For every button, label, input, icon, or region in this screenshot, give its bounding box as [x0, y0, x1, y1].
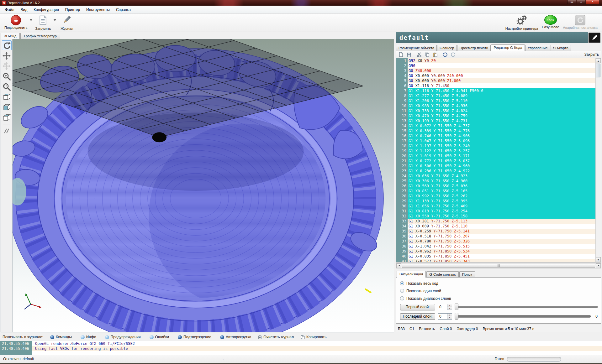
radio-option-2[interactable]: Показать диапазон слоев — [400, 295, 598, 301]
load-button[interactable]: Загрузить — [33, 14, 53, 30]
gcode-line[interactable]: 19G1 X-1.122 Y-71.650 Z-5.257 — [396, 148, 595, 153]
log-toggle-3[interactable]: Ошибки — [150, 335, 169, 339]
editor-horizontal-scrollbar[interactable]: ◄ ► — [396, 263, 601, 268]
scroll-down-arrow[interactable]: ▼ — [596, 257, 601, 262]
gcode-line[interactable]: 9G1 X1.206 Y-71.550 Z-5.110 — [396, 98, 595, 103]
printer-settings-button[interactable]: Настройки принтера — [504, 14, 540, 32]
gcode-line[interactable]: 41G1 X-0.577 Y-71.850 Z-5.343 — [396, 259, 595, 263]
log-toggle-1[interactable]: Инфо — [81, 335, 96, 339]
journal-button[interactable]: Журнал — [57, 14, 77, 32]
first-layer-slider[interactable] — [455, 304, 598, 310]
gcode-line[interactable]: 15G1 X-0.339 Y-71.550 Z-4.776 — [396, 128, 595, 133]
gcode-line[interactable]: 20G1 X-1.019 Y-71.650 Z-5.171 — [396, 153, 595, 159]
redo-icon[interactable] — [450, 52, 456, 57]
gcode-line[interactable]: 38G1 X-1.042 Y-71.750 Z-5.515 — [396, 244, 595, 249]
lower-tab-0[interactable]: Визуализация — [397, 271, 426, 278]
clear-log-button[interactable]: Очистить журнал — [258, 335, 294, 339]
log-toggle-4[interactable]: Подтверждение — [178, 335, 211, 339]
gcode-line[interactable]: 11G1 X0.733 Y-71.550 Z-4.824 — [396, 108, 595, 113]
3d-scene[interactable] — [13, 39, 394, 332]
printer-tab-4[interactable]: Управление — [525, 45, 550, 51]
spin-up-icon[interactable]: ▲ — [447, 304, 452, 307]
gcode-line[interactable]: 21G1 X-0.772 Y-71.650 Z-5.037 — [396, 159, 595, 164]
printer-tab-0[interactable]: Размещение объекта — [396, 45, 437, 51]
parallel-projection-icon[interactable] — [2, 126, 12, 136]
gcode-line[interactable]: 33G1 X0.281 Y-71.750 Z-5.113 — [396, 219, 595, 224]
log-toggle-5[interactable]: Автопрокрутка — [220, 335, 251, 339]
gcode-line[interactable]: 37G1 X-0.780 Y-71.750 Z-5.326 — [396, 239, 595, 244]
menu-item-2[interactable]: Конфигурация — [30, 6, 62, 13]
gcode-line[interactable]: 22G1 X-0.506 Y-71.650 Z-4.960 — [396, 164, 595, 169]
load-dropdown[interactable] — [53, 19, 57, 21]
first-layer-slider-thumb[interactable] — [455, 304, 458, 310]
move-tool-icon[interactable] — [2, 51, 12, 60]
move-object-tool-icon[interactable] — [2, 61, 12, 71]
tab-3d-view[interactable]: 3D-Вид — [1, 33, 20, 39]
menu-item-0[interactable]: Файл — [2, 6, 18, 13]
last-layer-spinner[interactable]: 0 ▲▼ — [438, 313, 452, 320]
gcode-line[interactable]: 23G1 X-0.236 Y-71.650 Z-4.922 — [396, 169, 595, 174]
first-layer-spinner[interactable]: 0 ▲▼ — [438, 304, 452, 310]
front-view-icon[interactable] — [2, 102, 12, 112]
log-toggle-2[interactable]: Предупреждения — [105, 335, 141, 339]
gcode-line[interactable]: 1G92 X0 Y0 Z0 — [396, 58, 595, 63]
gcode-line[interactable]: 10G1 X0.983 Y-71.550 Z-4.936 — [396, 103, 595, 108]
gcode-editor[interactable]: 1G92 X0 Y0 Z02G903G0 Z40.0004G0 X0.000 Y… — [396, 58, 601, 263]
cut-icon[interactable] — [416, 52, 422, 57]
gcode-line[interactable]: 8G1 X1.277 Y-71.450 Z-5.089 — [396, 93, 595, 98]
emergency-stop-button[interactable]: Аварийная остановка — [561, 14, 599, 32]
gcode-line[interactable]: 31G1 X0.813 Y-71.750 Z-5.254 — [396, 209, 595, 214]
lower-tab-2[interactable]: Поиск — [459, 271, 475, 277]
menu-item-3[interactable]: Принтер — [62, 6, 83, 13]
scroll-right-arrow[interactable]: ► — [596, 263, 601, 268]
menu-item-1[interactable]: Вид — [18, 6, 31, 13]
horizontal-scroll-thumb[interactable] — [402, 264, 595, 268]
gcode-line[interactable]: 39G1 X-0.962 Y-71.850 Z-5.534 — [396, 249, 595, 254]
last-layer-button[interactable]: Последний слой: — [400, 313, 435, 320]
radio-option-1[interactable]: Показать один слой — [400, 288, 598, 294]
gcode-line[interactable]: 14G1 X-0.072 Y-71.550 Z-4.737 — [396, 123, 595, 128]
connect-button[interactable]: Подсоединить — [3, 14, 29, 29]
gcode-line[interactable]: 2G90 — [396, 63, 595, 68]
gcode-line[interactable]: 34G1 X0.009 Y-71.750 Z-5.110 — [396, 224, 595, 229]
lower-tab-1[interactable]: G-Code синтакс — [426, 271, 458, 277]
top-view-icon[interactable] — [2, 113, 12, 122]
scroll-left-arrow[interactable]: ◄ — [396, 263, 401, 268]
edit-profile-button[interactable] — [588, 32, 601, 43]
paste-icon[interactable] — [432, 52, 438, 57]
gcode-line[interactable]: 30G1 X1.056 Y-71.750 Z-5.409 — [396, 204, 595, 209]
first-layer-button[interactable]: Первый слой: — [400, 304, 435, 310]
new-file-icon[interactable] — [398, 52, 404, 57]
gcode-line[interactable]: 12G1 X0.470 Y-71.550 Z-4.759 — [396, 113, 595, 118]
printer-tab-1[interactable]: Слайсер — [437, 45, 457, 51]
tab-temperature-graph[interactable]: График температур — [20, 33, 60, 39]
fit-view-tool-icon[interactable] — [2, 82, 12, 91]
copy-log-button[interactable]: Копировать — [301, 335, 327, 339]
gcode-line[interactable]: 29G1 X1.133 Y-71.650 Z-5.395 — [396, 199, 595, 204]
vertical-scroll-thumb[interactable] — [596, 64, 600, 77]
rotate-tool-icon[interactable] — [2, 40, 12, 50]
zoom-tool-icon[interactable] — [2, 71, 12, 81]
gcode-line[interactable]: 17G1 X-1.047 Y-71.550 Z-5.096 — [396, 138, 595, 143]
spin-up-icon[interactable]: ▲ — [447, 314, 452, 316]
copy-icon[interactable] — [424, 52, 430, 57]
gcode-line[interactable]: 25G1 X0.306 Y-71.650 Z-4.960 — [396, 179, 595, 184]
printer-tab-5[interactable]: SD-карта — [551, 45, 571, 51]
menu-item-5[interactable]: Справка — [113, 6, 134, 13]
gcode-line[interactable]: 6G0 X1.116 Y-71.450 — [396, 83, 595, 88]
gcode-line[interactable]: 26G1 X0.569 Y-71.650 Z-5.036 — [396, 184, 595, 189]
gcode-line[interactable]: 13G1 X0.199 Y-71.550 Z-4.731 — [396, 118, 595, 123]
close-editor-button[interactable]: Закрыть — [584, 52, 599, 57]
isometric-view-icon[interactable] — [2, 92, 12, 102]
minimize-button[interactable]: ▬ — [568, 0, 576, 4]
gcode-line[interactable]: 16G1 X-0.746 Y-71.550 Z-4.906 — [396, 133, 595, 138]
gcode-line[interactable]: 4G0 X0.000 Y0.000 Z40.000 — [396, 73, 595, 78]
connect-dropdown[interactable] — [29, 19, 33, 21]
gcode-line[interactable]: 28G1 X0.992 Y-71.650 Z-5.262 — [396, 194, 595, 199]
printer-tab-2[interactable]: Просмотр печати — [457, 45, 491, 51]
gcode-line[interactable]: 40G1 X-0.835 Y-71.850 Z-5.451 — [396, 254, 595, 259]
log-toggle-0[interactable]: Команды — [50, 335, 72, 339]
easy-mode-button[interactable]: EASY Easy Mode — [540, 14, 561, 32]
menu-item-4[interactable]: Инструменты — [83, 6, 113, 13]
gcode-line[interactable]: 7G1 X1.116 Y-71.450 Z-4.941 F500.0 — [396, 88, 595, 93]
